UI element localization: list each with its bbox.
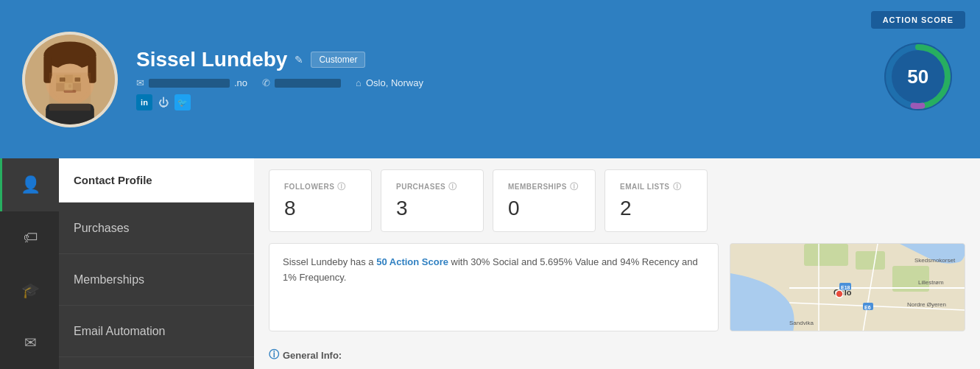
- sidebar-item-memberships[interactable]: 🎓: [0, 264, 59, 317]
- contact-name: Sissel Lundeby: [136, 48, 287, 71]
- description-row: Sissel Lundeby has a 50 Action Score wit…: [254, 243, 980, 342]
- svg-rect-15: [56, 82, 64, 91]
- user-icon: 👤: [21, 175, 40, 194]
- email-lists-value: 2: [620, 197, 692, 220]
- svg-text:E18: E18: [841, 285, 850, 290]
- avatar: [22, 32, 118, 127]
- sidebar-item-email[interactable]: ✉: [0, 317, 59, 370]
- memberships-info-icon[interactable]: ⓘ: [570, 181, 579, 192]
- score-circle: 50: [878, 36, 959, 117]
- clock-icon[interactable]: ⏻: [158, 96, 169, 108]
- svg-rect-24: [856, 251, 885, 270]
- purchases-label: PURCHASES ⓘ: [396, 181, 468, 192]
- envelope-icon: ✉: [24, 334, 37, 351]
- email-lists-info-icon[interactable]: ⓘ: [673, 181, 682, 192]
- nav-item-memberships[interactable]: Memberships: [59, 254, 254, 306]
- description-box: Sissel Lundeby has a 50 Action Score wit…: [269, 243, 719, 331]
- header: Sissel Lundeby ✎ Customer ✉ .no ✆ ⌂ Oslo…: [0, 0, 980, 158]
- name-row: Sissel Lundeby ✎ Customer: [136, 48, 958, 71]
- email-item: ✉ .no: [136, 77, 247, 88]
- main-content: 👤 🏷 🎓 ✉ Contact Profile Purchases Member…: [0, 158, 980, 369]
- tag-icon: 🏷: [24, 229, 38, 246]
- nav-header-label: Contact Profile: [74, 174, 152, 186]
- score-number: 50: [907, 66, 928, 88]
- memberships-value: 0: [508, 197, 580, 220]
- svg-rect-16: [64, 82, 72, 91]
- svg-text:Sandvika: Sandvika: [789, 320, 814, 326]
- svg-rect-23: [804, 244, 848, 266]
- svg-point-35: [836, 290, 843, 298]
- general-info-section: ⓘ General Info:: [254, 342, 980, 362]
- svg-text:Lillestrøm: Lillestrøm: [918, 279, 944, 286]
- followers-info-icon[interactable]: ⓘ: [337, 181, 346, 192]
- svg-text:Skedsmokorset: Skedsmokorset: [914, 257, 956, 264]
- svg-text:Nordre Øyeren: Nordre Øyeren: [907, 301, 946, 308]
- nav-header: Contact Profile: [59, 158, 254, 203]
- action-score-container: ACTION SCORE 50: [871, 11, 965, 117]
- nav-item-email-automation[interactable]: Email Automation: [59, 306, 254, 357]
- nav-panel: Contact Profile Purchases Memberships Em…: [59, 158, 254, 369]
- content-area: FOLLOWERS ⓘ 8 PURCHASES ⓘ 3 MEMBERSHIPS …: [254, 158, 980, 369]
- nav-purchases-label: Purchases: [74, 222, 130, 235]
- header-info: Sissel Lundeby ✎ Customer ✉ .no ✆ ⌂ Oslo…: [136, 48, 958, 110]
- nav-item-purchases[interactable]: Purchases: [59, 203, 254, 254]
- location-item: ⌂ Oslo, Norway: [356, 77, 423, 88]
- svg-rect-12: [56, 74, 64, 82]
- svg-text:E6: E6: [864, 305, 871, 310]
- memberships-label: MEMBERSHIPS ⓘ: [508, 181, 580, 192]
- sidebar-item-contact[interactable]: 👤: [0, 158, 59, 211]
- sidebar: 👤 🏷 🎓 ✉: [0, 158, 59, 369]
- svg-rect-17: [73, 82, 81, 91]
- twitter-icon[interactable]: 🐦: [175, 94, 191, 110]
- stat-card-purchases: PURCHASES ⓘ 3: [381, 169, 484, 232]
- email-lists-label: EMAIL LISTS ⓘ: [620, 181, 692, 192]
- phone-redacted: [275, 79, 341, 88]
- general-info-icon: ⓘ: [269, 348, 279, 362]
- linkedin-icon[interactable]: in: [136, 94, 152, 110]
- location-icon: ⌂: [356, 77, 362, 88]
- action-score-button[interactable]: ACTION SCORE: [871, 11, 965, 29]
- phone-icon: ✆: [262, 77, 270, 88]
- purchases-value: 3: [396, 197, 468, 220]
- email-redacted: [149, 79, 230, 88]
- role-badge: Customer: [311, 52, 365, 68]
- email-domain: .no: [234, 77, 247, 88]
- purchases-info-icon[interactable]: ⓘ: [448, 181, 457, 192]
- svg-rect-14: [73, 74, 81, 82]
- description-highlight: 50 Action Score: [376, 256, 448, 267]
- social-icons: in ⏻ 🐦: [136, 94, 958, 110]
- email-icon: ✉: [136, 77, 144, 88]
- followers-label: FOLLOWERS ⓘ: [284, 181, 356, 192]
- nav-email-label: Email Automation: [74, 325, 166, 338]
- location-text: Oslo, Norway: [366, 77, 423, 88]
- edit-icon[interactable]: ✎: [295, 54, 303, 66]
- stats-row: FOLLOWERS ⓘ 8 PURCHASES ⓘ 3 MEMBERSHIPS …: [254, 158, 980, 243]
- stat-card-memberships: MEMBERSHIPS ⓘ 0: [493, 169, 596, 232]
- svg-rect-13: [64, 74, 72, 82]
- general-info-label: General Info:: [283, 350, 342, 361]
- nav-memberships-label: Memberships: [74, 273, 144, 287]
- sidebar-item-purchases[interactable]: 🏷: [0, 211, 59, 264]
- followers-value: 8: [284, 197, 356, 220]
- phone-item: ✆: [262, 77, 341, 88]
- stat-card-followers: FOLLOWERS ⓘ 8: [269, 169, 372, 232]
- stat-card-email-lists: EMAIL LISTS ⓘ 2: [604, 169, 708, 232]
- map-box: Oslo Skedsmokorset Lillestrøm Nordre Øye…: [730, 243, 965, 331]
- contact-row: ✉ .no ✆ ⌂ Oslo, Norway: [136, 77, 958, 88]
- description-text-before: Sissel Lundeby has a: [283, 256, 376, 267]
- graduation-icon: 🎓: [21, 281, 40, 299]
